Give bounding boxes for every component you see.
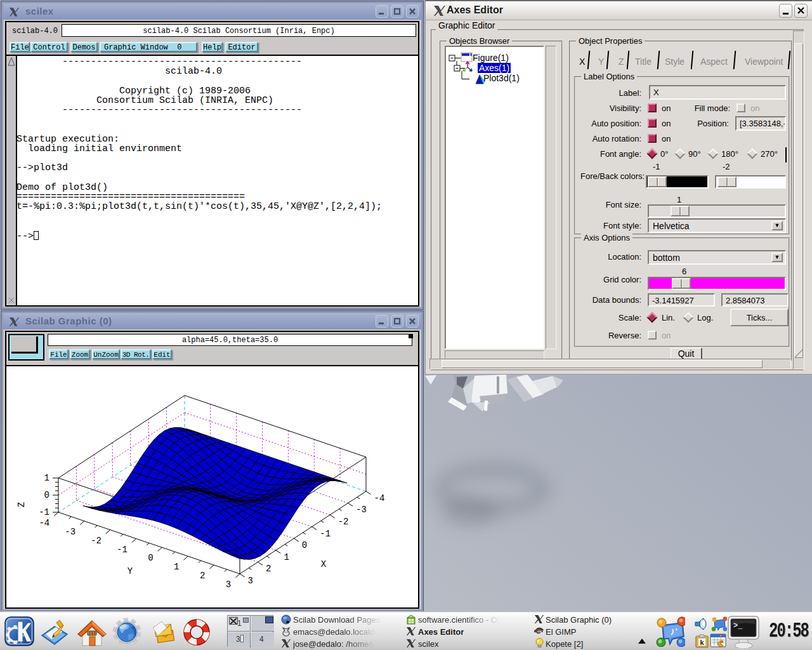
svg-text:-2: -2 [91, 536, 102, 546]
svg-text:>_: >_ [733, 621, 743, 630]
svg-text:-3: -3 [356, 505, 367, 515]
svg-text:0: 0 [44, 490, 49, 500]
svg-text:1: 1 [44, 473, 49, 483]
svg-text:1: 1 [174, 562, 179, 572]
svg-text:2: 2 [200, 571, 205, 581]
svg-text:-4: -4 [374, 493, 385, 503]
svg-text:0: 0 [302, 540, 307, 550]
svg-text:k: k [700, 639, 704, 646]
svg-text:3: 3 [248, 576, 253, 586]
svg-text:-1: -1 [320, 529, 331, 539]
svg-text:-2: -2 [338, 517, 349, 527]
svg-text:2: 2 [266, 564, 271, 574]
svg-text:-4: -4 [39, 518, 49, 528]
svg-text:X: X [321, 559, 327, 569]
svg-text:Z: Z [16, 502, 27, 507]
svg-text:Y: Y [128, 566, 133, 576]
svg-text:-3: -3 [65, 527, 75, 537]
svg-text:0: 0 [148, 553, 153, 563]
svg-text:1: 1 [284, 552, 289, 562]
svg-text:-1: -1 [117, 545, 128, 555]
svg-text:3: 3 [226, 580, 231, 590]
svg-text:-1: -1 [39, 507, 49, 517]
